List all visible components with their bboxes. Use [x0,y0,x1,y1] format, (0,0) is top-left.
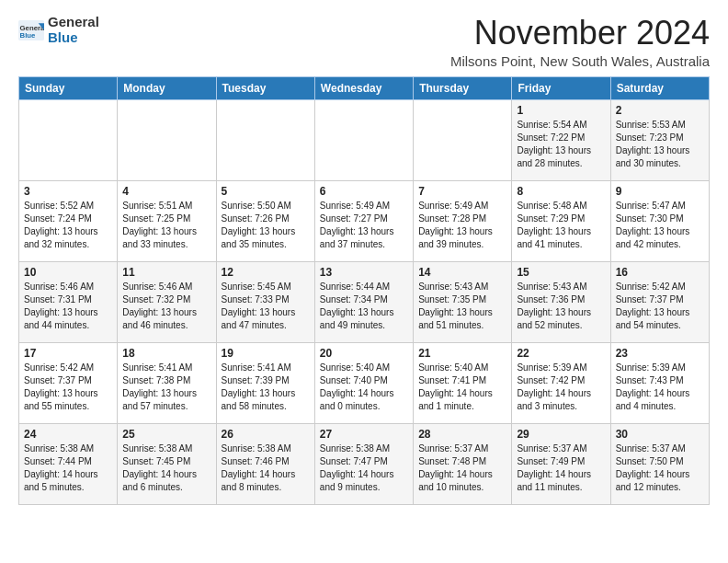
day-cell: 12Sunrise: 5:45 AM Sunset: 7:33 PM Dayli… [216,261,314,342]
day-cell: 5Sunrise: 5:50 AM Sunset: 7:26 PM Daylig… [216,180,314,261]
day-number: 5 [222,185,310,198]
day-cell: 21Sunrise: 5:40 AM Sunset: 7:41 PM Dayli… [414,342,512,423]
day-info: Sunrise: 5:38 AM Sunset: 7:46 PM Dayligh… [222,442,310,494]
week-row-5: 24Sunrise: 5:38 AM Sunset: 7:44 PM Dayli… [19,423,710,504]
calendar-body: 1Sunrise: 5:54 AM Sunset: 7:22 PM Daylig… [19,99,710,504]
day-info: Sunrise: 5:48 AM Sunset: 7:29 PM Dayligh… [517,200,605,251]
day-cell: 4Sunrise: 5:51 AM Sunset: 7:25 PM Daylig… [118,180,216,261]
day-cell: 18Sunrise: 5:41 AM Sunset: 7:38 PM Dayli… [118,342,216,423]
day-number: 27 [320,428,408,441]
week-row-4: 17Sunrise: 5:42 AM Sunset: 7:37 PM Dayli… [19,342,710,423]
header-row: SundayMondayTuesdayWednesdayThursdayFrid… [19,76,710,99]
day-info: Sunrise: 5:40 AM Sunset: 7:40 PM Dayligh… [320,362,408,413]
day-cell: 23Sunrise: 5:39 AM Sunset: 7:43 PM Dayli… [610,342,709,423]
day-number: 20 [320,347,408,360]
day-number: 29 [517,428,605,441]
day-cell: 16Sunrise: 5:42 AM Sunset: 7:37 PM Dayli… [610,261,709,342]
month-title: November 2024 [450,15,710,52]
day-info: Sunrise: 5:49 AM Sunset: 7:27 PM Dayligh… [320,200,408,251]
title-section: November 2024 Milsons Point, New South W… [450,15,710,69]
day-number: 26 [222,428,310,441]
svg-text:Blue: Blue [20,30,37,39]
day-number: 4 [122,185,210,198]
day-info: Sunrise: 5:42 AM Sunset: 7:37 PM Dayligh… [616,281,704,332]
day-number: 7 [418,185,506,198]
day-number: 3 [24,185,112,198]
day-cell: 22Sunrise: 5:39 AM Sunset: 7:42 PM Dayli… [512,342,610,423]
day-cell [414,99,512,180]
day-info: Sunrise: 5:52 AM Sunset: 7:24 PM Dayligh… [24,200,112,251]
day-info: Sunrise: 5:38 AM Sunset: 7:45 PM Dayligh… [122,442,210,494]
header-day-wednesday: Wednesday [314,76,413,99]
week-row-3: 10Sunrise: 5:46 AM Sunset: 7:31 PM Dayli… [19,261,710,342]
header-day-sunday: Sunday [19,76,118,99]
day-info: Sunrise: 5:49 AM Sunset: 7:28 PM Dayligh… [418,200,506,251]
day-info: Sunrise: 5:39 AM Sunset: 7:43 PM Dayligh… [616,362,704,413]
day-info: Sunrise: 5:38 AM Sunset: 7:44 PM Dayligh… [24,442,112,494]
day-cell: 13Sunrise: 5:44 AM Sunset: 7:34 PM Dayli… [314,261,413,342]
day-cell: 9Sunrise: 5:47 AM Sunset: 7:30 PM Daylig… [610,180,709,261]
day-number: 12 [222,266,310,279]
page-header: General Blue General Blue November 2024 … [18,15,710,69]
header-day-monday: Monday [118,76,216,99]
day-cell: 14Sunrise: 5:43 AM Sunset: 7:35 PM Dayli… [414,261,512,342]
day-info: Sunrise: 5:37 AM Sunset: 7:49 PM Dayligh… [517,442,605,494]
day-info: Sunrise: 5:37 AM Sunset: 7:50 PM Dayligh… [616,442,704,494]
header-day-friday: Friday [512,76,610,99]
day-info: Sunrise: 5:50 AM Sunset: 7:26 PM Dayligh… [222,200,310,251]
day-info: Sunrise: 5:47 AM Sunset: 7:30 PM Dayligh… [616,200,704,251]
day-number: 6 [320,185,408,198]
week-row-1: 1Sunrise: 5:54 AM Sunset: 7:22 PM Daylig… [19,99,710,180]
day-cell: 29Sunrise: 5:37 AM Sunset: 7:49 PM Dayli… [512,423,610,504]
day-info: Sunrise: 5:41 AM Sunset: 7:39 PM Dayligh… [222,362,310,413]
day-cell: 25Sunrise: 5:38 AM Sunset: 7:45 PM Dayli… [118,423,216,504]
day-cell: 27Sunrise: 5:38 AM Sunset: 7:47 PM Dayli… [314,423,413,504]
day-cell: 15Sunrise: 5:43 AM Sunset: 7:36 PM Dayli… [512,261,610,342]
day-cell: 26Sunrise: 5:38 AM Sunset: 7:46 PM Dayli… [216,423,314,504]
day-cell [216,99,314,180]
day-number: 28 [418,428,506,441]
day-number: 25 [122,428,210,441]
day-cell: 24Sunrise: 5:38 AM Sunset: 7:44 PM Dayli… [19,423,118,504]
day-number: 17 [24,347,112,360]
calendar-table: SundayMondayTuesdayWednesdayThursdayFrid… [18,76,710,505]
day-cell: 11Sunrise: 5:46 AM Sunset: 7:32 PM Dayli… [118,261,216,342]
day-number: 18 [122,347,210,360]
day-cell [314,99,413,180]
day-number: 8 [517,185,605,198]
day-number: 2 [616,104,704,117]
day-number: 19 [222,347,310,360]
day-info: Sunrise: 5:37 AM Sunset: 7:48 PM Dayligh… [418,442,506,494]
day-info: Sunrise: 5:46 AM Sunset: 7:31 PM Dayligh… [24,281,112,332]
day-cell: 3Sunrise: 5:52 AM Sunset: 7:24 PM Daylig… [19,180,118,261]
location-subtitle: Milsons Point, New South Wales, Australi… [450,53,710,69]
week-row-2: 3Sunrise: 5:52 AM Sunset: 7:24 PM Daylig… [19,180,710,261]
day-cell: 7Sunrise: 5:49 AM Sunset: 7:28 PM Daylig… [414,180,512,261]
day-number: 21 [418,347,506,360]
day-number: 10 [24,266,112,279]
day-cell: 8Sunrise: 5:48 AM Sunset: 7:29 PM Daylig… [512,180,610,261]
day-info: Sunrise: 5:44 AM Sunset: 7:34 PM Dayligh… [320,281,408,332]
day-number: 14 [418,266,506,279]
day-cell: 10Sunrise: 5:46 AM Sunset: 7:31 PM Dayli… [19,261,118,342]
day-info: Sunrise: 5:43 AM Sunset: 7:35 PM Dayligh… [418,281,506,332]
day-number: 13 [320,266,408,279]
day-info: Sunrise: 5:51 AM Sunset: 7:25 PM Dayligh… [122,200,210,251]
day-number: 22 [517,347,605,360]
header-day-saturday: Saturday [610,76,709,99]
day-info: Sunrise: 5:39 AM Sunset: 7:42 PM Dayligh… [517,362,605,413]
day-cell: 6Sunrise: 5:49 AM Sunset: 7:27 PM Daylig… [314,180,413,261]
logo: General Blue General Blue [18,15,99,45]
day-cell: 20Sunrise: 5:40 AM Sunset: 7:40 PM Dayli… [314,342,413,423]
day-info: Sunrise: 5:42 AM Sunset: 7:37 PM Dayligh… [24,362,112,413]
day-number: 16 [616,266,704,279]
day-cell: 1Sunrise: 5:54 AM Sunset: 7:22 PM Daylig… [512,99,610,180]
day-cell: 19Sunrise: 5:41 AM Sunset: 7:39 PM Dayli… [216,342,314,423]
day-cell [19,99,118,180]
day-cell: 2Sunrise: 5:53 AM Sunset: 7:23 PM Daylig… [610,99,709,180]
calendar-header: SundayMondayTuesdayWednesdayThursdayFrid… [19,76,710,99]
day-info: Sunrise: 5:40 AM Sunset: 7:41 PM Dayligh… [418,362,506,413]
day-info: Sunrise: 5:54 AM Sunset: 7:22 PM Dayligh… [517,119,605,170]
day-cell [118,99,216,180]
day-number: 24 [24,428,112,441]
